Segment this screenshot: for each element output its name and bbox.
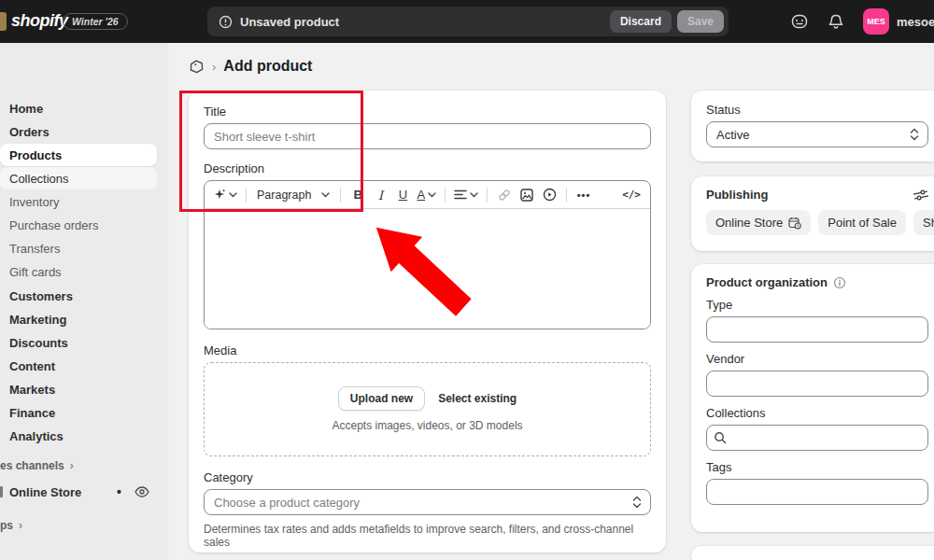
italic-button[interactable]: I	[370, 185, 390, 205]
breadcrumb: › Add product	[189, 58, 312, 75]
alert-circle-icon	[219, 15, 233, 29]
search-icon	[714, 431, 727, 444]
publishing-card: Publishing Online Store Point of Sale Sh…	[691, 176, 934, 251]
sidekick-icon[interactable]	[790, 12, 809, 31]
schedule-calendar-icon	[788, 217, 801, 230]
product-tag-icon[interactable]	[189, 59, 205, 75]
insert-video-button[interactable]	[539, 185, 559, 205]
notifications-bell-icon[interactable]	[828, 13, 844, 31]
status-label: Status	[706, 103, 928, 117]
sidebar-item-transfers[interactable]: Transfers	[0, 237, 157, 259]
text-color-dropdown[interactable]: A	[415, 185, 438, 205]
sidebar-section-apps[interactable]: ps ›	[0, 515, 157, 536]
sidebar-item-purchase-orders[interactable]: Purchase orders	[0, 214, 157, 236]
upload-new-button[interactable]: Upload new	[338, 386, 425, 411]
sidebar-item-gift-cards[interactable]: Gift cards	[0, 260, 157, 283]
channel-chip-online-store[interactable]: Online Store	[706, 210, 811, 235]
alignment-dropdown[interactable]	[452, 185, 480, 205]
toolbar-divider	[487, 188, 488, 203]
description-editor: Paragraph B I U A	[204, 180, 651, 329]
sidebar-item-inventory[interactable]: Inventory	[0, 190, 157, 213]
sidebar-item-marketing[interactable]: Marketing	[0, 308, 157, 330]
media-label: Media	[204, 343, 651, 357]
status-select[interactable]: Active	[706, 121, 928, 147]
toolbar-divider	[445, 188, 446, 203]
toolbar-divider	[340, 188, 341, 203]
page-title: Add product	[223, 58, 312, 75]
description-textarea[interactable]	[205, 209, 650, 329]
chevron-right-icon: ›	[70, 459, 74, 472]
save-button[interactable]: Save	[677, 10, 724, 33]
chevron-right-icon: ›	[19, 519, 22, 532]
media-helper-text: Accepts images, videos, or 3D models	[332, 419, 522, 432]
select-existing-link[interactable]: Select existing	[438, 392, 517, 405]
insert-image-button[interactable]	[517, 185, 537, 205]
toolbar-divider	[246, 188, 247, 203]
vendor-input[interactable]	[706, 371, 928, 397]
breadcrumb-separator: ›	[212, 60, 216, 74]
channel-chip-point-of-sale[interactable]: Point of Sale	[818, 210, 906, 235]
user-name: mesoest	[897, 15, 934, 29]
bold-button[interactable]: B	[347, 185, 368, 205]
brand-wordmark: shopify	[11, 11, 68, 31]
type-label: Type	[706, 298, 928, 312]
sidebar-item-orders[interactable]: Orders	[0, 120, 157, 143]
manage-channels-icon[interactable]	[913, 189, 928, 202]
product-form-card: Title Description Paragraph B I U A	[189, 91, 666, 553]
select-caret-icon	[632, 496, 642, 509]
sidebar-item-finance[interactable]: Finance	[0, 401, 157, 424]
category-helper-text: Determines tax rates and adds metafields…	[204, 523, 651, 549]
media-dropzone[interactable]: Upload new Select existing Accepts image…	[204, 362, 651, 456]
sidebar-item-content[interactable]: Content	[0, 355, 157, 377]
tags-label: Tags	[706, 460, 928, 474]
unsaved-status-label: Unsaved product	[240, 15, 339, 29]
sidebar-item-customers[interactable]: Customers	[0, 285, 157, 307]
contextual-save-bar: Unsaved product Discard Save	[207, 7, 729, 36]
sidebar-item-home[interactable]: Home	[0, 97, 157, 119]
user-menu[interactable]: MES mesoest	[863, 8, 934, 35]
category-select[interactable]: Choose a product category	[204, 489, 651, 515]
avatar: MES	[863, 8, 889, 35]
title-input[interactable]	[204, 123, 651, 149]
sidebar-item-analytics[interactable]: Analytics	[0, 425, 157, 447]
type-input[interactable]	[706, 316, 928, 343]
title-label: Title	[204, 105, 651, 119]
sidebar-item-markets[interactable]: Markets	[0, 378, 157, 400]
collections-search-input[interactable]	[706, 425, 928, 451]
description-label: Description	[204, 161, 651, 175]
rich-text-toolbar: Paragraph B I U A	[205, 181, 650, 209]
publishing-label: Publishing	[706, 188, 768, 202]
shopify-logo-icon	[0, 12, 7, 31]
sidebar-item-collections[interactable]: Collections	[0, 167, 157, 189]
discard-button[interactable]: Discard	[610, 10, 672, 33]
toolbar-divider	[566, 188, 567, 203]
sidebar-section-sales-channels[interactable]: es channels ›	[0, 455, 157, 476]
product-organization-card: Product organization Type Vendor Collect…	[691, 264, 934, 532]
sidebar-item-discounts[interactable]: Discounts	[0, 331, 157, 354]
sidebar: Home Orders Products Collections Invento…	[0, 43, 168, 560]
info-icon[interactable]	[833, 276, 846, 289]
organization-title: Product organization	[706, 275, 828, 289]
vendor-label: Vendor	[706, 352, 928, 366]
tags-input[interactable]	[706, 479, 928, 505]
next-card-partial	[691, 546, 934, 560]
paragraph-style-dropdown[interactable]: Paragraph	[253, 185, 333, 205]
collections-label: Collections	[706, 406, 928, 420]
topbar: shopify Winter '26 Unsaved product Disca…	[0, 0, 934, 43]
more-options-button[interactable]: •••	[573, 185, 594, 205]
select-caret-icon	[910, 128, 919, 141]
channel-chip-shop[interactable]: Shop	[913, 210, 934, 235]
ai-sparkle-button[interactable]	[212, 185, 239, 205]
sidebar-item-online-store[interactable]: Online Store •	[0, 480, 157, 504]
unread-dot: •	[117, 485, 121, 498]
underline-button[interactable]: U	[392, 185, 413, 205]
link-button[interactable]	[494, 185, 515, 205]
sidebar-item-products[interactable]: Products	[0, 144, 157, 166]
version-badge: Winter '26	[63, 13, 128, 30]
status-card: Status Active	[691, 91, 934, 161]
category-label: Category	[204, 470, 651, 484]
store-icon	[0, 486, 3, 497]
view-store-eye-icon[interactable]	[134, 486, 149, 497]
code-view-button[interactable]: </>	[620, 185, 643, 205]
